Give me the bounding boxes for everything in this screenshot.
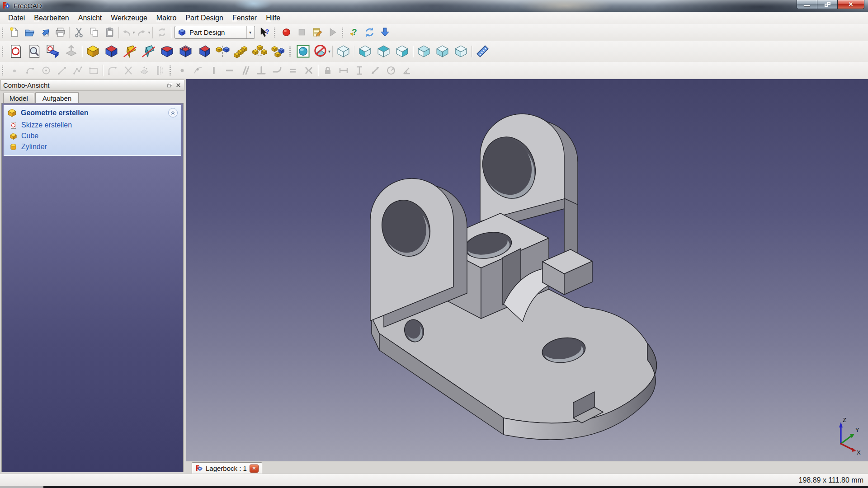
minimize-button[interactable]	[797, 0, 817, 9]
view-axonometric-button[interactable]	[334, 42, 353, 61]
menu-makro[interactable]: Makro	[152, 13, 181, 23]
macro-play-button	[325, 25, 340, 40]
3d-model-lagerbock[interactable]	[186, 79, 868, 461]
menu-datei[interactable]: Datei	[4, 13, 29, 23]
download-button[interactable]	[377, 25, 392, 40]
linear-pattern-button[interactable]	[232, 42, 250, 61]
polar-pattern-button[interactable]	[250, 42, 269, 61]
open-button[interactable]	[22, 25, 37, 40]
menubar: DateiBearbeitenAnsichtWerkzeugeMakroPart…	[0, 12, 868, 24]
online-help-icon: ?	[349, 27, 360, 38]
save-button[interactable]	[37, 25, 52, 40]
menu-werkzeuge[interactable]: Werkzeuge	[106, 13, 152, 23]
constraint-vertical-icon	[208, 65, 219, 76]
task-item-skizze-erstellen[interactable]: Skizze erstellen	[4, 120, 181, 131]
toolbar-row-3	[0, 62, 868, 79]
view-rear-button[interactable]	[415, 42, 433, 61]
close-icon: ✕	[849, 1, 854, 8]
macro-play-icon	[327, 27, 338, 38]
whats-this-button[interactable]: ?	[257, 25, 272, 40]
task-group-header[interactable]: Geometrie erstellen	[4, 106, 181, 120]
pocket-button[interactable]	[102, 42, 121, 61]
sketcher-geometry-toolbar	[0, 62, 168, 79]
multi-transform-button[interactable]	[269, 42, 288, 61]
menu-fenster[interactable]: Fenster	[228, 13, 261, 23]
constraint-perpendicular-icon	[256, 65, 267, 76]
window-title: FreeCAD	[14, 2, 42, 9]
draw-style-button[interactable]: ▾	[312, 42, 331, 61]
new-file-button[interactable]	[6, 25, 22, 40]
constraint-lock-icon	[322, 65, 333, 76]
draw-style-icon	[313, 44, 328, 59]
new-file-icon	[9, 27, 20, 38]
restore-button[interactable]	[817, 0, 838, 9]
sketch-view-button[interactable]	[25, 42, 43, 61]
fillet-button[interactable]	[158, 42, 176, 61]
menu-hilfe[interactable]: Hilfe	[261, 13, 285, 23]
toolbar-row-1: ▾▾Part Design▾? ?	[0, 24, 868, 41]
copy-button[interactable]	[86, 25, 102, 40]
groove-button[interactable]	[139, 42, 158, 61]
chamfer-button[interactable]	[176, 42, 195, 61]
cube-icon	[7, 108, 17, 117]
view-top-button[interactable]	[374, 42, 393, 61]
menu-ansicht[interactable]: Ansicht	[74, 13, 106, 23]
menu-bearbeiten[interactable]: Bearbeiten	[29, 13, 73, 23]
toolbar-separator	[82, 46, 82, 57]
fillet-icon	[160, 44, 175, 59]
draft-icon	[197, 44, 212, 59]
tab-model[interactable]: Model	[3, 93, 34, 103]
combo-view-header[interactable]: Combo-Ansicht	[0, 80, 184, 91]
close-document-icon[interactable]: ✕	[250, 465, 259, 473]
print-button[interactable]	[52, 25, 68, 40]
workbench-selector[interactable]: Part Design▾	[175, 26, 255, 39]
cut-button[interactable]	[71, 25, 86, 40]
measure-distance-button[interactable]	[473, 42, 492, 61]
fit-all-button[interactable]	[294, 42, 312, 61]
document-tab-lagerbock[interactable]: Lagerbock : 1 ✕	[192, 462, 262, 474]
title-bar: FreeCAD ✕	[0, 0, 868, 12]
view-front-button[interactable]	[356, 42, 374, 61]
view-right-button[interactable]	[393, 42, 411, 61]
view-bottom-button[interactable]	[433, 42, 452, 61]
constraint-point-on-object-button	[190, 63, 206, 78]
task-item-label: Cube	[21, 132, 38, 140]
pad-button[interactable]	[84, 42, 102, 61]
view-toolbar: ▾	[288, 41, 492, 62]
float-panel-icon[interactable]	[166, 82, 173, 89]
sketch-map-button[interactable]	[43, 42, 62, 61]
constraint-symmetric-button	[301, 63, 316, 78]
close-button[interactable]: ✕	[837, 0, 864, 9]
constraint-tangent-button	[269, 63, 285, 78]
restore-icon	[825, 2, 830, 7]
revolution-button[interactable]	[121, 42, 139, 61]
view-left-button[interactable]	[452, 42, 470, 61]
sk-construction-button	[152, 63, 168, 78]
minimize-icon	[804, 5, 810, 6]
constraint-tangent-icon	[272, 65, 283, 76]
web-refresh-button[interactable]	[362, 25, 377, 40]
macro-record-button[interactable]	[278, 25, 294, 40]
sk-construction-icon	[155, 65, 165, 76]
3d-viewport[interactable]: Z Y X	[186, 79, 868, 461]
close-panel-icon[interactable]	[175, 82, 182, 89]
mirrored-button[interactable]	[213, 42, 232, 61]
task-item-cube[interactable]: Cube	[4, 131, 181, 141]
sk-rectangle-button	[85, 63, 101, 78]
sk-line-icon	[57, 65, 67, 76]
sketch-map-icon	[45, 44, 60, 59]
paste-icon	[104, 27, 115, 38]
tab-aufgaben[interactable]: Aufgaben	[35, 92, 79, 104]
macro-edit-button[interactable]	[309, 25, 325, 40]
online-help-button[interactable]: ?	[346, 25, 362, 40]
collapse-chevron-icon[interactable]	[168, 108, 178, 117]
toolbar-separator	[69, 27, 70, 38]
menu-part-design[interactable]: Part Design	[181, 13, 228, 23]
download-icon	[379, 27, 391, 38]
paste-button[interactable]	[102, 25, 117, 40]
constraint-perpendicular-button	[253, 63, 269, 78]
draft-button[interactable]	[195, 42, 213, 61]
combo-view-panel: Combo-Ansicht ModelAufgaben Geometrie er…	[0, 79, 185, 474]
task-item-zylinder[interactable]: Zylinder	[4, 141, 181, 152]
sketch-new-button[interactable]	[6, 42, 25, 61]
